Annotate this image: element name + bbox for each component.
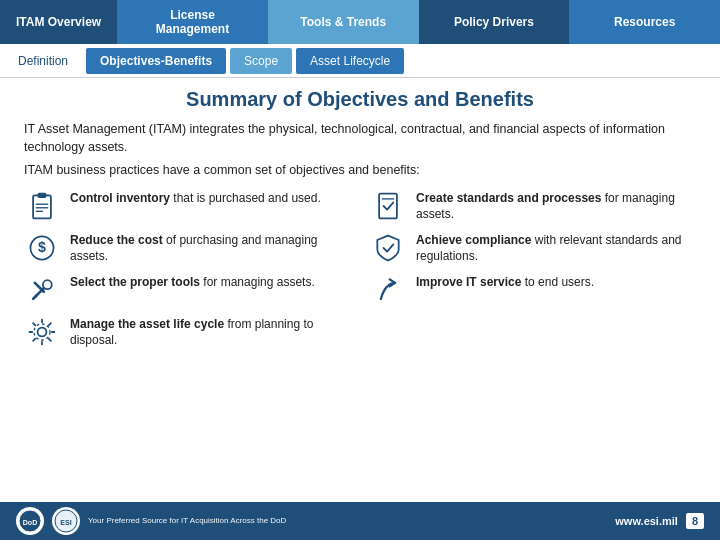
svg-text:DoD: DoD [23, 519, 37, 526]
footer-tagline: Your Preferred Source for IT Acquisition… [88, 516, 286, 526]
footer-page-number: 8 [686, 513, 704, 529]
footer-logos: DoD ESI Your Preferred Source for IT Acq… [16, 507, 286, 535]
dollar-icon: $ [24, 230, 60, 266]
benefit-create-standards: Create standards and processes for manag… [370, 188, 696, 224]
svg-line-12 [33, 295, 37, 299]
nav-policy-drivers[interactable]: Policy Drivers [419, 0, 570, 44]
sub-navigation: Definition Objectives-Benefits Scope Ass… [0, 44, 720, 78]
benefit-improve-service-text: Improve IT service to end users. [416, 272, 594, 291]
subnav-objectives-benefits[interactable]: Objectives-Benefits [86, 48, 226, 74]
svg-text:ESI: ESI [60, 519, 71, 526]
gear-icon [24, 314, 60, 350]
footer-right: www.esi.mil 8 [615, 513, 704, 529]
svg-point-11 [43, 280, 52, 289]
footer: DoD ESI Your Preferred Source for IT Acq… [0, 502, 720, 540]
intro-paragraph-2: ITAM business practices have a common se… [24, 162, 696, 180]
benefit-manage-lifecycle: Manage the asset life cycle from plannin… [24, 314, 350, 350]
shield-icon [370, 230, 406, 266]
subnav-asset-lifecycle[interactable]: Asset Lifecycle [296, 48, 404, 74]
nav-tools-trends[interactable]: Tools & Trends [268, 0, 419, 44]
benefit-create-standards-text: Create standards and processes for manag… [416, 188, 696, 224]
subnav-scope[interactable]: Scope [230, 48, 292, 74]
benefit-achieve-compliance-text: Achieve compliance with relevant standar… [416, 230, 696, 266]
nav-resources[interactable]: Resources [569, 0, 720, 44]
nav-itam-overview[interactable]: ITAM Overview [0, 0, 117, 44]
benefits-grid: Control inventory that is purchased and … [24, 188, 696, 350]
benefit-select-tools-text: Select the proper tools for managing ass… [70, 272, 315, 291]
logo-esi: ESI [52, 507, 80, 535]
svg-rect-1 [38, 192, 47, 197]
svg-text:$: $ [38, 239, 46, 255]
page-title: Summary of Objectives and Benefits [24, 88, 696, 111]
nav-license-management[interactable]: License Management [117, 0, 268, 44]
logo-left: DoD [16, 507, 44, 535]
svg-rect-0 [33, 195, 51, 218]
intro-paragraph-1: IT Asset Management (ITAM) integrates th… [24, 121, 696, 156]
svg-rect-5 [379, 193, 397, 218]
svg-point-14 [34, 324, 50, 340]
benefit-reduce-cost-text: Reduce the cost of purchasing and managi… [70, 230, 350, 266]
benefit-reduce-cost: $ Reduce the cost of purchasing and mana… [24, 230, 350, 266]
benefit-select-tools: Select the proper tools for managing ass… [24, 272, 350, 308]
benefit-manage-lifecycle-text: Manage the asset life cycle from plannin… [70, 314, 350, 350]
benefit-control-inventory-text: Control inventory that is purchased and … [70, 188, 321, 207]
benefit-control-inventory: Control inventory that is purchased and … [24, 188, 350, 224]
document-check-icon [370, 188, 406, 224]
main-content: Summary of Objectives and Benefits IT As… [0, 78, 720, 358]
subnav-definition[interactable]: Definition [4, 48, 82, 74]
clipboard-icon [24, 188, 60, 224]
top-navigation: ITAM Overview License Management Tools &… [0, 0, 720, 44]
svg-point-13 [38, 327, 47, 336]
wrench-icon [24, 272, 60, 308]
arrow-icon [370, 272, 406, 308]
benefit-improve-service: Improve IT service to end users. [370, 272, 696, 308]
footer-url: www.esi.mil [615, 515, 678, 527]
benefit-achieve-compliance: Achieve compliance with relevant standar… [370, 230, 696, 266]
